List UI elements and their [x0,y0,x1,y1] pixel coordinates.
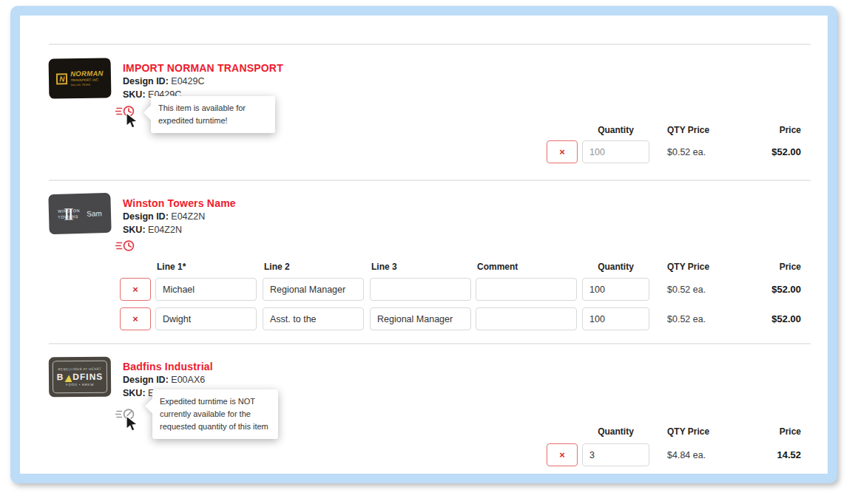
line2-input[interactable] [263,278,364,301]
item-divider [49,44,811,45]
sku-line: SKU: E04Z2N [123,225,182,235]
product-image-norman: N NORMAN TRANSPORT, INC. DALLAS, TEXAS [49,58,112,98]
norman-logo-line3: DALLAS, TEXAS [70,83,104,86]
product-image-winston: II WINSTON TOWERS Sam [48,193,111,234]
qty-price-value: $0.52 ea. [667,314,706,324]
design-id-line: Design ID: E04Z2N [123,211,205,222]
design-id-line: Design ID: E0429C [123,76,204,86]
item-divider [49,180,811,181]
winston-logo: II WINSTON TOWERS [58,208,80,220]
design-id-value: E04Z2N [171,211,205,222]
expedited-tooltip: This item is available for expedited tur… [151,96,275,133]
design-id-value: E0429C [171,76,204,86]
badfins-main-left: B [57,372,64,382]
comment-input[interactable] [476,307,577,330]
qty-price-header: QTY Price [667,426,709,437]
line1-input[interactable] [155,278,257,301]
sku-label: SKU: [123,388,146,398]
winston-name-text: Sam [87,209,102,218]
remove-row-button[interactable]: × [120,278,151,301]
design-id-label: Design ID: [123,76,169,86]
qty-price-header: QTY Price [667,125,709,135]
line2-input[interactable] [263,307,364,330]
sku-label: SKU: [123,89,146,100]
remove-row-button[interactable]: × [120,307,151,330]
comment-input[interactable] [476,278,577,301]
badfins-logo-top: REBELLIOUS AT HEART [58,367,102,372]
sku-value: E04Z2N [148,225,182,235]
quantity-input[interactable] [582,307,649,330]
shark-fin-icon [64,375,72,382]
qty-price-value: $0.52 ea. [667,147,706,157]
line1-header: Line 1* [157,262,186,272]
quantity-header: Quantity [582,262,649,272]
price-value: $52.00 [729,313,801,324]
design-id-label: Design ID: [123,375,169,385]
design-id-line: Design ID: E00AX6 [123,375,205,385]
quantity-input[interactable] [582,443,649,466]
product-image-badfins: REBELLIOUS AT HEART B DFINS FOOD • BREW [49,357,111,398]
quantity-input[interactable] [582,140,649,163]
remove-item-button[interactable]: × [547,443,578,466]
design-id-label: Design ID: [123,211,169,222]
item-divider [49,343,811,344]
line3-input[interactable] [370,278,471,301]
norman-logo-text: NORMAN TRANSPORT, INC. DALLAS, TEXAS [70,70,104,86]
winston-monogram: II [64,202,72,228]
sku-label: SKU: [123,225,146,235]
quantity-input[interactable] [582,278,649,301]
line2-header: Line 2 [264,262,290,272]
quantity-header: Quantity [582,125,649,135]
mouse-cursor-icon [125,415,138,436]
quantity-header: Quantity [582,426,649,437]
qty-price-value: $4.84 ea. [667,450,706,460]
price-header: Price [729,262,801,272]
price-header: Price [729,426,801,437]
price-value: $52.00 [729,284,801,295]
item-title: Winston Towers Name [123,197,236,209]
qty-price-value: $0.52 ea. [667,285,706,295]
badfins-logo: REBELLIOUS AT HEART B DFINS FOOD • BREW [53,361,107,394]
norman-logo-line2: TRANSPORT, INC. [70,78,104,83]
comment-header: Comment [477,262,518,272]
norman-logo-line1: NORMAN [70,70,104,79]
item-title: IMPORT NORMAN TRANSPORT [123,62,283,74]
remove-item-button[interactable]: × [547,140,578,163]
line1-input[interactable] [155,307,257,330]
price-value: $52.00 [729,146,801,157]
expedited-available-icon[interactable] [115,239,135,256]
badfins-logo-main: B DFINS [57,372,104,383]
line3-header: Line 3 [371,262,397,272]
norman-logo-monogram: N [56,73,67,84]
price-value: 14.52 [729,449,801,460]
design-id-value: E00AX6 [171,375,205,385]
item-title: Badfins Industrial [123,361,213,372]
line3-input[interactable] [370,307,471,330]
expedited-tooltip: Expedited turntime is NOT currently avai… [152,389,278,439]
badfins-main-right: DFINS [72,372,103,382]
qty-price-header: QTY Price [667,262,709,272]
price-header: Price [729,125,801,135]
badfins-logo-bottom: FOOD • BREW [66,383,94,386]
mouse-cursor-icon [125,112,138,133]
